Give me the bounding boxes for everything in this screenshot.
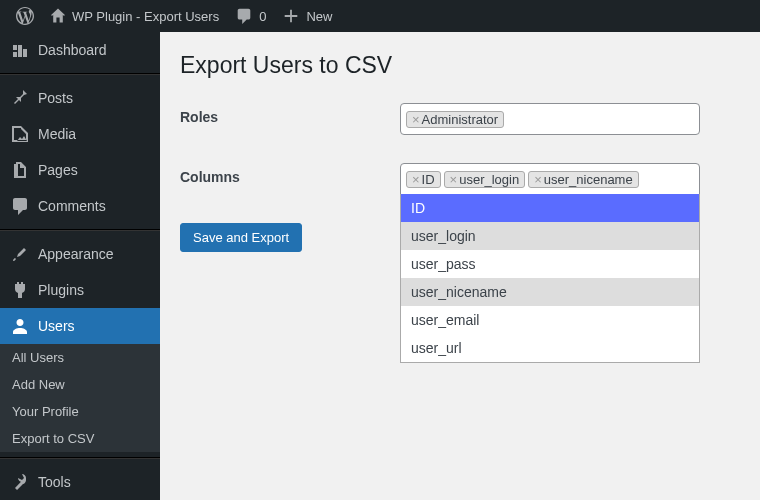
tag-label: ID [422, 172, 435, 187]
dashboard-icon [10, 40, 30, 60]
comments-link[interactable]: 0 [227, 0, 274, 32]
save-export-button[interactable]: Save and Export [180, 223, 302, 252]
column-tag: × user_login [444, 171, 526, 188]
columns-row: Columns × ID × user_login × user_nicenam… [180, 163, 740, 195]
menu-plugins[interactable]: Plugins [0, 272, 160, 308]
admin-topbar: WP Plugin - Export Users 0 New [0, 0, 760, 32]
wp-logo-menu[interactable] [8, 0, 42, 32]
dropdown-option[interactable]: user_login [401, 222, 699, 250]
menu-label: Tools [38, 474, 71, 490]
remove-tag-icon[interactable]: × [450, 172, 458, 187]
users-icon [10, 316, 30, 336]
plus-icon [282, 7, 300, 25]
new-content-link[interactable]: New [274, 0, 340, 32]
columns-select[interactable]: × ID × user_login × user_nicename ID use… [400, 163, 700, 195]
submenu-your-profile[interactable]: Your Profile [0, 398, 160, 425]
pin-icon [10, 88, 30, 108]
menu-label: Users [38, 318, 75, 334]
columns-dropdown: ID user_login user_pass user_nicename us… [400, 194, 700, 363]
columns-label: Columns [180, 163, 400, 185]
menu-label: Posts [38, 90, 73, 106]
roles-label: Roles [180, 103, 400, 125]
tools-icon [10, 472, 30, 492]
remove-tag-icon[interactable]: × [412, 172, 420, 187]
pages-icon [10, 160, 30, 180]
comment-count: 0 [259, 9, 266, 24]
dropdown-option[interactable]: user_pass [401, 250, 699, 278]
wordpress-icon [16, 7, 34, 25]
menu-comments[interactable]: Comments [0, 188, 160, 224]
menu-label: Appearance [38, 246, 114, 262]
submenu-export-csv[interactable]: Export to CSV [0, 425, 160, 452]
site-title-text: WP Plugin - Export Users [72, 9, 219, 24]
users-submenu: All Users Add New Your Profile Export to… [0, 344, 160, 452]
site-title-link[interactable]: WP Plugin - Export Users [42, 0, 227, 32]
page-title: Export Users to CSV [180, 52, 740, 79]
dropdown-scroll[interactable]: ID user_login user_pass user_nicename us… [401, 194, 699, 362]
main-content: Export Users to CSV Roles × Administrato… [160, 32, 760, 500]
home-icon [50, 8, 66, 24]
submenu-add-new[interactable]: Add New [0, 371, 160, 398]
roles-row: Roles × Administrator [180, 103, 740, 135]
menu-tools[interactable]: Tools [0, 464, 160, 500]
plugin-icon [10, 280, 30, 300]
tag-label: Administrator [422, 112, 499, 127]
remove-tag-icon[interactable]: × [412, 112, 420, 127]
media-icon [10, 124, 30, 144]
dropdown-option[interactable]: ID [401, 194, 699, 222]
brush-icon [10, 244, 30, 264]
menu-label: Dashboard [38, 42, 107, 58]
menu-label: Comments [38, 198, 106, 214]
menu-pages[interactable]: Pages [0, 152, 160, 188]
admin-sidebar: Dashboard Posts Media Pages Comments App… [0, 32, 160, 500]
submenu-all-users[interactable]: All Users [0, 344, 160, 371]
menu-posts[interactable]: Posts [0, 80, 160, 116]
dropdown-option[interactable]: user_url [401, 334, 699, 362]
menu-separator [0, 229, 160, 231]
menu-media[interactable]: Media [0, 116, 160, 152]
dropdown-option[interactable]: user_nicename [401, 278, 699, 306]
roles-select[interactable]: × Administrator [400, 103, 700, 135]
menu-dashboard[interactable]: Dashboard [0, 32, 160, 68]
menu-users[interactable]: Users [0, 308, 160, 344]
role-tag: × Administrator [406, 111, 504, 128]
menu-appearance[interactable]: Appearance [0, 236, 160, 272]
column-tag: × ID [406, 171, 441, 188]
comments-icon [10, 196, 30, 216]
menu-separator [0, 457, 160, 459]
new-label: New [306, 9, 332, 24]
comment-icon [235, 7, 253, 25]
tag-label: user_nicename [544, 172, 633, 187]
menu-label: Media [38, 126, 76, 142]
tag-label: user_login [459, 172, 519, 187]
menu-separator [0, 73, 160, 75]
column-tag: × user_nicename [528, 171, 638, 188]
remove-tag-icon[interactable]: × [534, 172, 542, 187]
menu-label: Plugins [38, 282, 84, 298]
dropdown-option[interactable]: user_email [401, 306, 699, 334]
menu-label: Pages [38, 162, 78, 178]
